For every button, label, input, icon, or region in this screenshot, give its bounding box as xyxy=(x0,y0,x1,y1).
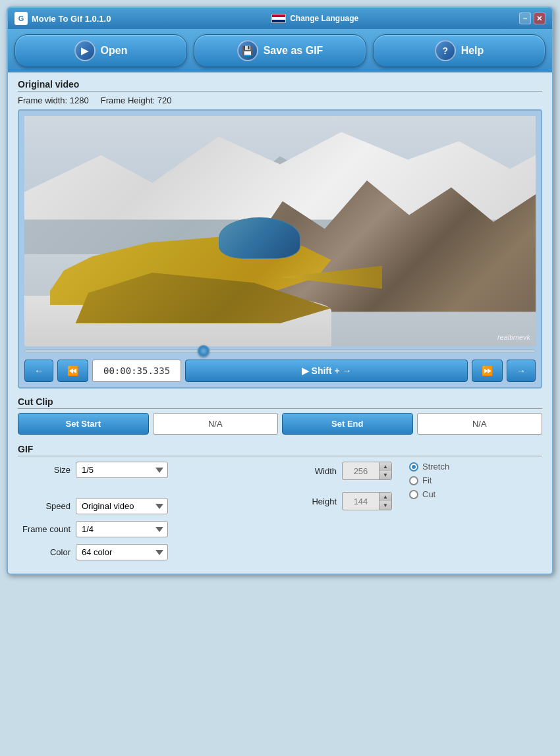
height-input[interactable] xyxy=(343,494,379,509)
width-row: Width ▲ ▼ xyxy=(284,462,392,480)
gif-left-controls: Size 1/5 1/4 1/3 1/2 Original Speed Orig… xyxy=(18,462,276,567)
app-icon: G xyxy=(14,12,28,25)
scrubber-thumb[interactable] xyxy=(198,345,210,357)
speed-select[interactable]: Original video 2x 0.5x xyxy=(76,498,168,514)
start-value: N/A xyxy=(153,413,279,435)
main-content: Original video Frame width: 1280 Frame H… xyxy=(8,72,552,574)
time-display: 00:00:35.335 xyxy=(92,360,181,382)
frame-count-select[interactable]: 1/4 1/3 1/2 All xyxy=(76,521,168,537)
set-end-button[interactable]: Set End xyxy=(282,413,413,435)
language-label[interactable]: Change Language xyxy=(290,14,358,23)
speed-row: Speed Original video 2x 0.5x xyxy=(18,498,276,514)
window-controls: – ✕ xyxy=(519,13,546,24)
jet-cockpit xyxy=(219,217,300,259)
cut-controls: Set Start N/A Set End N/A xyxy=(18,413,542,435)
video-frame[interactable]: realtimevk xyxy=(24,116,536,346)
title-bar: G Movie To Gif 1.0.1.0 Change Language –… xyxy=(8,8,552,29)
size-row: Size 1/5 1/4 1/3 1/2 Original xyxy=(18,462,276,478)
scrubber-track[interactable] xyxy=(24,349,536,353)
original-video-title: Original video xyxy=(18,79,542,92)
fit-radio[interactable] xyxy=(409,476,418,485)
toolbar: ▶ Open 💾 Save as GIF ? Help xyxy=(8,29,552,72)
app-window: G Movie To Gif 1.0.1.0 Change Language –… xyxy=(7,7,553,575)
size-label: Size xyxy=(18,465,70,475)
height-spinbox[interactable]: ▲ ▼ xyxy=(342,492,392,510)
prev-frame-button[interactable]: ← xyxy=(24,360,53,382)
gif-right-controls: Width ▲ ▼ Height xyxy=(284,462,542,567)
gif-controls: Size 1/5 1/4 1/3 1/2 Original Speed Orig… xyxy=(18,462,542,567)
cut-label: Cut xyxy=(422,489,435,499)
fast-forward-button[interactable]: ⏩ xyxy=(472,360,503,382)
frame-count-label: Frame count xyxy=(18,524,70,534)
window-title: Movie To Gif 1.0.1.0 xyxy=(32,14,111,24)
gif-title: GIF xyxy=(18,444,542,456)
height-spin-buttons: ▲ ▼ xyxy=(379,493,391,510)
cut-clip-title: Cut Clip xyxy=(18,396,542,409)
video-watermark: realtimevk xyxy=(497,333,530,341)
width-up-button[interactable]: ▲ xyxy=(379,462,391,471)
flag-icon xyxy=(271,14,286,23)
fit-label: Fit xyxy=(422,475,432,485)
cut-clip-section: Cut Clip Set Start N/A Set End N/A xyxy=(18,396,542,435)
frame-width-label: Frame width: xyxy=(18,95,67,105)
save-icon: 💾 xyxy=(237,40,258,61)
frame-height-label: Frame Height: xyxy=(101,95,155,105)
video-container: realtimevk ← ⏪ 00:00:35.335 ▶ Sh xyxy=(18,109,542,389)
width-down-button[interactable]: ▼ xyxy=(379,471,391,479)
color-label: Color xyxy=(18,547,70,557)
frame-width-value: 1280 xyxy=(70,95,89,105)
fit-option[interactable]: Fit xyxy=(409,475,449,485)
width-input[interactable] xyxy=(343,464,379,479)
stretch-label: Stretch xyxy=(422,462,449,472)
stretch-radio[interactable] xyxy=(409,462,418,472)
frame-count-row: Frame count 1/4 1/3 1/2 All xyxy=(18,521,276,537)
help-button[interactable]: ? Help xyxy=(373,34,546,67)
playback-controls: ← ⏪ 00:00:35.335 ▶ Shift + → ⏩ → xyxy=(24,360,536,382)
close-button[interactable]: ✕ xyxy=(534,13,546,24)
video-scene: realtimevk xyxy=(24,116,536,346)
end-value: N/A xyxy=(417,413,543,435)
color-row: Color 64 color 128 color 256 color xyxy=(18,544,276,560)
play-shift-button[interactable]: ▶ Shift + → xyxy=(185,360,468,382)
help-icon: ? xyxy=(435,40,456,61)
rewind-button[interactable]: ⏪ xyxy=(57,360,88,382)
width-height-group: Width ▲ ▼ Height xyxy=(284,462,392,517)
next-frame-button[interactable]: → xyxy=(507,360,536,382)
cut-option[interactable]: Cut xyxy=(409,489,449,499)
color-select[interactable]: 64 color 128 color 256 color xyxy=(76,544,168,560)
play-icon: ▶ xyxy=(74,40,96,61)
gif-section: GIF Size 1/5 1/4 1/3 1/2 Original xyxy=(18,444,542,567)
scrubber-container xyxy=(24,346,536,356)
height-up-button[interactable]: ▲ xyxy=(379,493,391,501)
cut-radio[interactable] xyxy=(409,490,418,499)
save-gif-button[interactable]: 💾 Save as GIF xyxy=(194,34,366,67)
minimize-button[interactable]: – xyxy=(519,13,531,24)
width-spin-buttons: ▲ ▼ xyxy=(379,462,391,479)
language-selector[interactable]: Change Language xyxy=(271,14,358,23)
height-row: Height ▲ ▼ xyxy=(284,492,392,510)
open-button[interactable]: ▶ Open xyxy=(14,34,187,67)
scrubber-background xyxy=(24,349,536,353)
original-video-section: Original video Frame width: 1280 Frame H… xyxy=(18,79,542,389)
frame-height-value: 720 xyxy=(157,95,172,105)
height-label: Height xyxy=(284,497,337,506)
width-spinbox[interactable]: ▲ ▼ xyxy=(342,462,392,480)
speed-label: Speed xyxy=(18,501,70,511)
size-select[interactable]: 1/5 1/4 1/3 1/2 Original xyxy=(76,462,168,478)
video-info: Frame width: 1280 Frame Height: 720 xyxy=(18,95,542,105)
aspect-radio-group: Stretch Fit Cut xyxy=(403,462,449,499)
set-start-button[interactable]: Set Start xyxy=(18,413,149,435)
gif-right-inner: Width ▲ ▼ Height xyxy=(284,462,542,517)
height-down-button[interactable]: ▼ xyxy=(379,501,391,510)
width-label: Width xyxy=(284,466,337,476)
stretch-option[interactable]: Stretch xyxy=(409,462,449,472)
title-bar-left: G Movie To Gif 1.0.1.0 xyxy=(14,12,111,25)
